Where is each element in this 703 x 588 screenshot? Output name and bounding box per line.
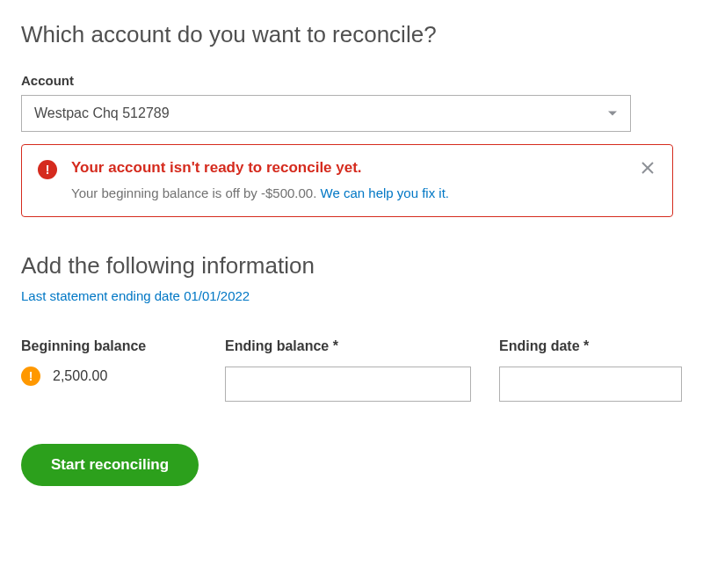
alert-banner: ! Your account isn't ready to reconcile … <box>21 144 673 217</box>
beginning-balance-label: Beginning balance <box>21 338 197 354</box>
alert-fix-link[interactable]: We can help you fix it. <box>321 185 449 200</box>
page-title: Which account do you want to reconcile? <box>21 21 682 48</box>
start-reconciling-button[interactable]: Start reconciling <box>21 444 199 486</box>
account-label: Account <box>21 73 682 88</box>
chevron-down-icon <box>608 112 617 116</box>
last-statement-link[interactable]: Last statement ending date 01/01/2022 <box>21 288 250 303</box>
ending-date-label: Ending date * <box>499 338 682 354</box>
alert-title: Your account isn't ready to reconcile ye… <box>71 159 625 177</box>
account-select[interactable]: Westpac Chq 512789 <box>21 95 631 132</box>
alert-error-icon: ! <box>38 160 57 179</box>
close-icon[interactable] <box>639 159 656 177</box>
ending-balance-label: Ending balance * <box>225 338 471 354</box>
section-title: Add the following information <box>21 252 682 279</box>
beginning-balance-value: 2,500.00 <box>53 368 107 384</box>
ending-date-input[interactable] <box>499 367 682 402</box>
warning-icon: ! <box>21 367 40 386</box>
ending-balance-input[interactable] <box>225 367 471 402</box>
alert-message: Your beginning balance is off by -$500.0… <box>71 185 625 200</box>
account-select-value: Westpac Chq 512789 <box>34 105 170 121</box>
